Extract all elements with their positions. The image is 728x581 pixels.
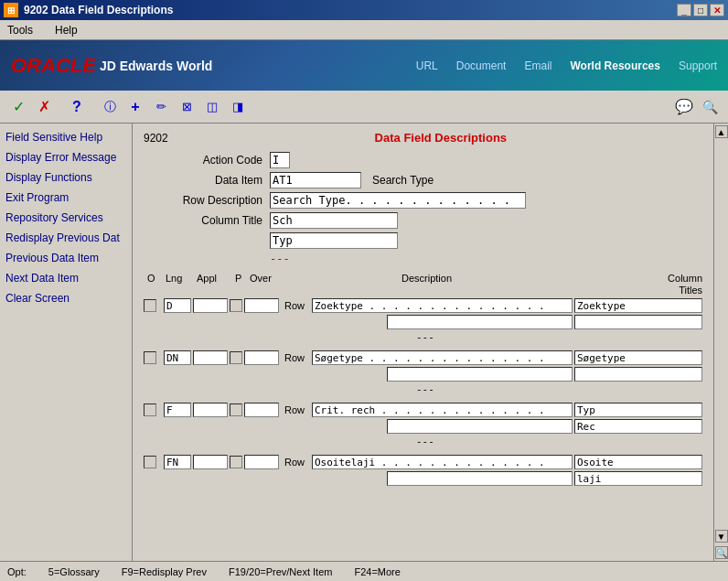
scroll-down-button[interactable]: ▼: [715, 530, 728, 543]
menu-bar: Tools Help: [0, 20, 728, 40]
cell-desc-2[interactable]: [312, 350, 573, 365]
column-title-input-1[interactable]: [270, 212, 398, 229]
cell-over-4[interactable]: [244, 455, 279, 469]
paste-button[interactable]: ◨: [227, 96, 249, 118]
nav-support[interactable]: Support: [679, 59, 717, 72]
sidebar-item-next-data-item[interactable]: Next Data Item: [2, 268, 130, 288]
sidebar-item-clear-screen[interactable]: Clear Screen: [2, 288, 130, 308]
col-header-column-titles: ColumnTitles: [565, 273, 702, 296]
cell-desc-1[interactable]: [312, 298, 573, 313]
sidebar-item-display-functions[interactable]: Display Functions: [2, 167, 130, 188]
sidebar-item-display-error-message[interactable]: Display Error Message: [2, 147, 130, 167]
action-code-input[interactable]: [270, 152, 290, 168]
cell-appl-1[interactable]: [193, 298, 228, 313]
table-row-2: Row ---: [144, 350, 702, 395]
cell-title-1[interactable]: [574, 298, 702, 313]
cell-appl-4[interactable]: [193, 455, 228, 469]
nav-document[interactable]: Document: [456, 59, 507, 72]
close-button[interactable]: ✕: [710, 4, 724, 16]
action-code-row: Action Code: [144, 152, 702, 168]
row-description-row: Row Description: [144, 192, 702, 209]
cell-title-4c[interactable]: [574, 471, 702, 486]
table-data-row-1a: Row: [144, 298, 702, 313]
column-title-input-2[interactable]: [270, 232, 398, 249]
cell-appl-3[interactable]: [193, 403, 228, 417]
cell-lng-4[interactable]: [164, 455, 191, 469]
cell-desc-4[interactable]: [312, 455, 573, 469]
jde-text: JD Edwards World: [100, 59, 212, 73]
cell-title-2b[interactable]: [387, 367, 573, 382]
table-header: O Lng Appl P Over Description ColumnTitl…: [144, 273, 702, 296]
sidebar-item-exit-program[interactable]: Exit Program: [2, 188, 130, 208]
app-icon: ⊞: [4, 3, 18, 17]
check-button[interactable]: ✓: [7, 96, 29, 118]
cell-lng-2[interactable]: [164, 350, 191, 365]
table-dashes-1: ---: [144, 331, 702, 343]
cell-lng-3[interactable]: [164, 403, 191, 417]
data-item-input[interactable]: [270, 172, 361, 188]
cell-title-2[interactable]: [574, 350, 702, 365]
chat-button[interactable]: 💬: [673, 96, 695, 118]
nav-url[interactable]: URL: [416, 59, 438, 72]
cell-checkbox-2: [144, 351, 162, 364]
col-header-p: P: [235, 273, 250, 296]
cell-title-3b[interactable]: [387, 419, 573, 434]
status-f9: F9=Redisplay Prev: [122, 566, 207, 577]
cell-title-4a[interactable]: [574, 455, 702, 469]
menu-help[interactable]: Help: [51, 22, 81, 38]
column-title-row-2: [144, 232, 702, 249]
col-header-description: Description: [288, 273, 565, 296]
sidebar-item-redisplay-previous[interactable]: Redisplay Previous Dat: [2, 228, 130, 248]
cell-checkbox-p-1: [230, 299, 242, 312]
table-sub-row-4: [144, 471, 702, 486]
sidebar-item-previous-data-item[interactable]: Previous Data Item: [2, 248, 130, 268]
table-row-3: Row ---: [144, 403, 702, 447]
minimize-button[interactable]: _: [677, 4, 691, 16]
copy-button[interactable]: ◫: [201, 96, 223, 118]
window-title: 9202 Data Field Descriptions: [24, 4, 173, 16]
menu-tools[interactable]: Tools: [4, 22, 37, 38]
maximize-button[interactable]: □: [693, 4, 708, 16]
cell-over-1[interactable]: [244, 298, 279, 313]
zoom-button[interactable]: 🔍: [715, 546, 728, 559]
cell-checkbox-p-3: [230, 403, 242, 416]
nav-email[interactable]: Email: [524, 59, 551, 72]
cell-title-2c[interactable]: [574, 367, 702, 382]
nav-world-resources[interactable]: World Resources: [570, 59, 659, 72]
title-bar-controls: _ □ ✕: [677, 4, 724, 16]
cell-title-4b[interactable]: [387, 471, 573, 486]
cell-row-label-2: Row: [281, 352, 310, 363]
status-f19: F19/20=Prev/Next Item: [229, 566, 332, 577]
cell-title-1c[interactable]: [574, 315, 702, 329]
sidebar-item-field-sensitive-help[interactable]: Field Sensitive Help: [2, 127, 130, 147]
toolbar-right: 💬 🔍: [673, 96, 721, 118]
status-f24: F24=More: [354, 566, 400, 577]
search-button[interactable]: 🔍: [699, 96, 721, 118]
info-button[interactable]: ⓘ: [99, 96, 121, 118]
cell-appl-2[interactable]: [193, 350, 228, 365]
x-button[interactable]: ✗: [33, 96, 55, 118]
form-title: Data Field Descriptions: [179, 131, 702, 145]
cell-title-3c[interactable]: [574, 419, 702, 434]
scroll-up-button[interactable]: ▲: [715, 125, 728, 138]
row-description-input[interactable]: [270, 192, 526, 209]
add-button[interactable]: +: [124, 96, 146, 118]
cell-checkbox-p-4: [230, 456, 242, 468]
sidebar-item-repository-services[interactable]: Repository Services: [2, 208, 130, 228]
table-row-4: Row: [144, 455, 702, 486]
cell-lng-1[interactable]: [164, 298, 191, 313]
cell-checkbox-4: [144, 456, 162, 468]
cell-title-1b[interactable]: [387, 315, 573, 329]
cell-desc-3[interactable]: [312, 403, 573, 417]
edit-button[interactable]: ✏: [150, 96, 172, 118]
header-nav: URL Document Email World Resources Suppo…: [416, 59, 717, 72]
cell-title-3a[interactable]: [574, 403, 702, 417]
col-header-lng: Lng: [166, 273, 197, 296]
title-bar: ⊞ 9202 Data Field Descriptions _ □ ✕: [0, 0, 728, 20]
cell-over-3[interactable]: [244, 403, 279, 417]
cell-over-2[interactable]: [244, 350, 279, 365]
status-bar: Opt: 5=Glossary F9=Redisplay Prev F19/20…: [0, 561, 728, 581]
table-data-row-3a: Row: [144, 403, 702, 417]
delete-button[interactable]: ⊠: [176, 96, 198, 118]
help-button[interactable]: ?: [66, 96, 88, 118]
